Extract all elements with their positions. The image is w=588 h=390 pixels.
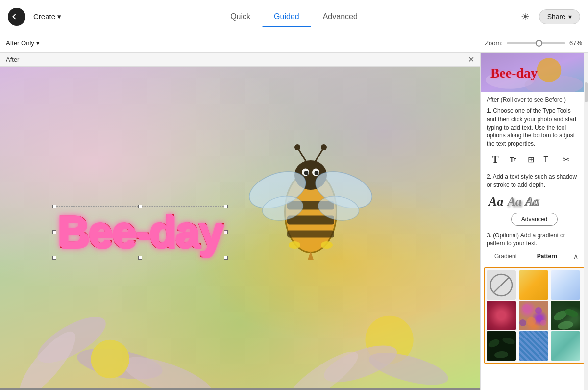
- svg-point-40: [519, 319, 526, 326]
- type-tool-grid[interactable]: ⊞: [524, 153, 538, 167]
- svg-point-39: [540, 320, 546, 326]
- tab-quick[interactable]: Quick: [219, 8, 262, 25]
- zoom-thumb[interactable]: [536, 40, 542, 47]
- nav-tabs: Quick Guided Advanced: [219, 8, 369, 25]
- brightness-button[interactable]: ☀: [517, 9, 533, 25]
- svg-text:Bee-day: Bee-day: [490, 65, 538, 80]
- svg-point-22: [12, 324, 83, 388]
- style-stroke[interactable]: Aa: [525, 194, 539, 209]
- svg-point-24: [91, 340, 129, 379]
- svg-point-16: [321, 144, 327, 150]
- view-dropdown[interactable]: After Only ▾: [6, 39, 40, 47]
- tab-advanced[interactable]: Advanced: [311, 8, 369, 25]
- svg-line-35: [493, 277, 509, 293]
- top-bar: Create ▾ Quick Guided Advanced ☀ Share ▾: [0, 0, 588, 33]
- create-button[interactable]: Create ▾: [29, 10, 65, 23]
- type-tool-warp[interactable]: ✂: [559, 153, 573, 167]
- canvas-background[interactable]: Bee-day: [0, 67, 480, 388]
- pattern-dark-leaves[interactable]: [487, 331, 516, 361]
- type-tool-box[interactable]: T̲: [541, 153, 555, 167]
- panel-title: After: [6, 56, 19, 63]
- pattern-none[interactable]: [487, 270, 516, 300]
- pattern-red[interactable]: [487, 301, 516, 330]
- svg-point-11: [304, 171, 309, 175]
- create-label: Create: [33, 12, 55, 21]
- svg-point-36: [522, 304, 530, 312]
- pattern-blue-texture[interactable]: [519, 331, 548, 361]
- zoom-slider[interactable]: [507, 42, 565, 44]
- svg-point-42: [564, 308, 579, 319]
- tab-gradient[interactable]: Gradient: [490, 252, 521, 260]
- pattern-floral[interactable]: [519, 301, 548, 330]
- svg-point-43: [557, 320, 574, 331]
- close-button[interactable]: ✕: [468, 55, 474, 64]
- pattern-grid: [485, 268, 584, 363]
- canvas-panel: After ✕: [0, 53, 480, 390]
- main-area: After ✕: [0, 53, 588, 390]
- tab-pattern[interactable]: Pattern: [533, 252, 561, 260]
- canvas-text[interactable]: Bee-day: [58, 210, 222, 254]
- share-label: Share: [547, 13, 565, 21]
- text-overlay[interactable]: Bee-day: [58, 210, 222, 254]
- view-dropdown-label: After Only: [6, 39, 34, 47]
- canvas-area: After ✕: [0, 53, 480, 390]
- type-tool-normal[interactable]: T: [489, 153, 502, 167]
- chevron-down-icon: ▾: [57, 12, 61, 21]
- type-tools: T TT ⊞ T̲ ✂: [487, 153, 582, 167]
- step2-text: 2. Add a text style such as shadow or st…: [487, 173, 582, 189]
- step1-text: 1. Choose one of the Type Tools and then…: [487, 107, 582, 148]
- type-tool-small[interactable]: TT: [506, 153, 520, 167]
- svg-point-38: [527, 317, 536, 326]
- pattern-green-leaves[interactable]: [551, 301, 580, 330]
- svg-point-15: [294, 144, 300, 150]
- svg-point-32: [537, 58, 561, 82]
- pattern-grid-wrapper: [484, 267, 585, 364]
- zoom-label: Zoom:: [485, 39, 503, 47]
- step3-text: 3. (Optional) Add a gradient or pattern …: [487, 232, 582, 248]
- panel-caption: After (Roll over to see Before.): [487, 96, 582, 103]
- pattern-grad-white[interactable]: [551, 270, 580, 300]
- panel-header: After ✕: [0, 53, 480, 67]
- style-options: Aa Aa Aa: [487, 194, 582, 209]
- top-right-controls: ☀ Share ▾: [517, 9, 580, 25]
- share-chevron-icon: ▾: [568, 13, 572, 21]
- svg-point-12: [315, 171, 319, 175]
- style-plain[interactable]: Aa: [489, 194, 503, 209]
- style-shadow[interactable]: Aa: [507, 194, 521, 209]
- second-bar: After Only ▾ Zoom: 67%: [0, 33, 588, 53]
- share-button[interactable]: Share ▾: [539, 9, 580, 24]
- gradient-pattern-tabs: Gradient Pattern ∧: [487, 252, 582, 260]
- tab-guided[interactable]: Guided: [262, 8, 311, 25]
- scrollbar-thumb[interactable]: [585, 82, 588, 102]
- svg-point-37: [535, 307, 542, 314]
- scrollbar-track: [584, 53, 588, 390]
- advanced-button[interactable]: Advanced: [511, 213, 558, 226]
- panel-instructions: After (Roll over to see Before.) 1. Choo…: [481, 92, 588, 267]
- logo-button[interactable]: [8, 8, 25, 26]
- pattern-teal[interactable]: [551, 331, 580, 361]
- zoom-control: Zoom: 67%: [485, 39, 582, 47]
- svg-point-28: [280, 344, 365, 388]
- pattern-grad-yellow[interactable]: [519, 270, 548, 300]
- collapse-chevron-icon[interactable]: ∧: [573, 252, 578, 260]
- zoom-value: 67%: [569, 39, 582, 47]
- right-panel: Bee-day After (Roll over to see Before.)…: [480, 53, 588, 390]
- panel-thumbnail: Bee-day: [481, 53, 588, 92]
- view-chevron-icon: ▾: [36, 39, 40, 47]
